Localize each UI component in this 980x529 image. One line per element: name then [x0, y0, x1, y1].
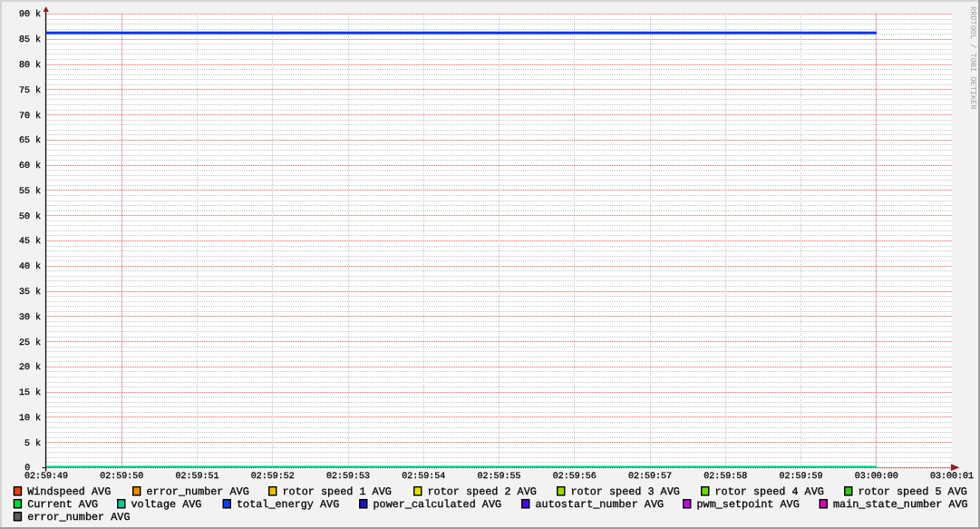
svg-text:error_number AVG: error_number AVG: [27, 511, 130, 524]
svg-text:15 k: 15 k: [19, 387, 41, 398]
svg-text:03:00:01: 03:00:01: [930, 472, 974, 482]
svg-text:25 k: 25 k: [19, 338, 41, 348]
svg-text:voltage AVG: voltage AVG: [131, 498, 202, 511]
svg-text:35 k: 35 k: [19, 287, 41, 298]
svg-text:rotor speed 1 AVG: rotor speed 1 AVG: [283, 485, 392, 498]
svg-text:02:59:52: 02:59:52: [251, 472, 295, 482]
svg-text:02:59:50: 02:59:50: [100, 472, 143, 482]
svg-text:error_number AVG: error_number AVG: [147, 485, 249, 498]
svg-text:autostart_number AVG: autostart_number AVG: [536, 498, 665, 511]
svg-text:55 k: 55 k: [19, 186, 41, 197]
svg-text:02:59:51: 02:59:51: [175, 472, 218, 482]
svg-text:RRDTOOL / TOBI OETIKER: RRDTOOL / TOBI OETIKER: [968, 6, 977, 109]
svg-text:40 k: 40 k: [19, 261, 41, 272]
svg-text:02:59:59: 02:59:59: [779, 472, 822, 482]
svg-text:rotor speed 3 AVG: rotor speed 3 AVG: [571, 485, 680, 498]
svg-text:85 k: 85 k: [19, 34, 41, 45]
svg-text:Windspeed AVG: Windspeed AVG: [27, 485, 111, 498]
svg-text:02:59:54: 02:59:54: [402, 472, 445, 482]
svg-text:20 k: 20 k: [19, 362, 41, 373]
svg-text:Current AVG: Current AVG: [27, 498, 98, 511]
svg-text:total_energy AVG: total_energy AVG: [237, 498, 339, 511]
svg-text:70 k: 70 k: [19, 111, 41, 122]
svg-text:03:00:00: 03:00:00: [855, 472, 898, 482]
svg-text:60 k: 60 k: [19, 161, 41, 171]
svg-text:02:59:53: 02:59:53: [326, 472, 370, 482]
svg-text:65 k: 65 k: [19, 135, 41, 146]
svg-text:10 k: 10 k: [19, 413, 41, 424]
svg-text:5 k: 5 k: [24, 438, 41, 449]
svg-text:rotor speed 2 AVG: rotor speed 2 AVG: [428, 485, 537, 498]
svg-text:80 k: 80 k: [19, 60, 41, 71]
svg-text:main_state_number AVG: main_state_number AVG: [833, 498, 968, 511]
svg-text:02:59:55: 02:59:55: [477, 472, 520, 482]
svg-text:02:59:49: 02:59:49: [24, 472, 68, 482]
svg-text:75 k: 75 k: [19, 85, 41, 96]
svg-text:02:59:57: 02:59:57: [628, 472, 672, 482]
svg-text:50 k: 50 k: [19, 211, 41, 222]
svg-text:rotor speed 5 AVG: rotor speed 5 AVG: [859, 485, 967, 498]
svg-text:90 k: 90 k: [19, 9, 41, 20]
svg-text:02:59:56: 02:59:56: [553, 472, 597, 482]
svg-text:30 k: 30 k: [19, 312, 41, 323]
svg-text:pwm_setpoint AVG: pwm_setpoint AVG: [697, 498, 800, 511]
svg-text:45 k: 45 k: [19, 236, 41, 247]
svg-text:power_calculated AVG: power_calculated AVG: [374, 498, 502, 511]
svg-text:rotor speed 4 AVG: rotor speed 4 AVG: [715, 485, 824, 498]
svg-text:02:59:58: 02:59:58: [703, 472, 747, 482]
